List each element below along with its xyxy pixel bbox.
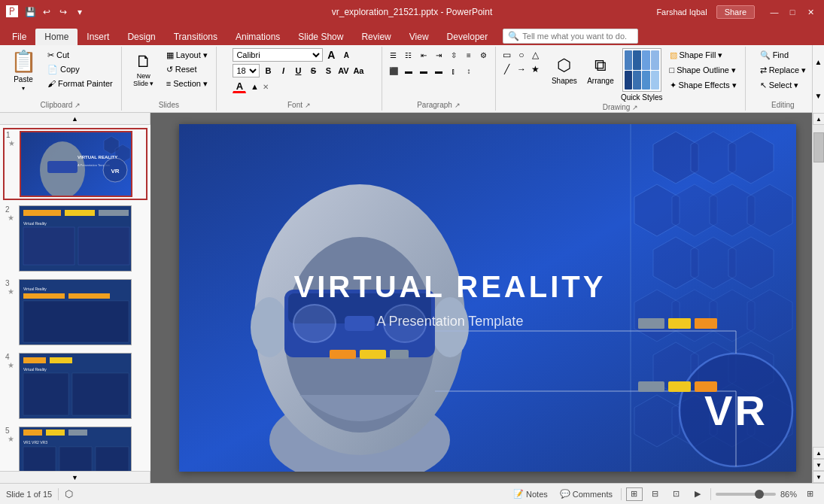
scroll-expand-down[interactable]: ▼ xyxy=(813,459,824,471)
tab-animations[interactable]: Animations xyxy=(227,29,289,45)
align-text-button[interactable]: ≡ xyxy=(462,48,476,62)
slide-4-thumb[interactable]: Virtual Reality xyxy=(19,353,132,419)
align-center-button[interactable]: ▬ xyxy=(402,64,415,77)
slide-item-5[interactable]: 5 ★ VR1 VR2 VR3 xyxy=(3,424,147,471)
shape-outline-button[interactable]: □ Shape Outline ▾ xyxy=(666,63,740,77)
shape-item-circle[interactable]: ○ xyxy=(515,48,528,62)
tab-slideshow[interactable]: Slide Show xyxy=(289,29,352,45)
reset-button[interactable]: ↺ Reset xyxy=(163,62,211,76)
text-direction-button[interactable]: ⇳ xyxy=(447,48,461,62)
bullets-button[interactable]: ☰ xyxy=(387,48,400,62)
columns-button[interactable]: ⫿ xyxy=(447,64,461,77)
tab-review[interactable]: Review xyxy=(352,29,400,45)
tab-developer[interactable]: Developer xyxy=(438,29,497,45)
scroll-up-button[interactable]: ▲ xyxy=(813,113,824,125)
slide-sorter-button[interactable]: ⊟ xyxy=(647,487,664,501)
tell-me-box[interactable]: 🔍 xyxy=(503,29,638,44)
underline-button[interactable]: U xyxy=(291,64,305,77)
scroll-thumb[interactable] xyxy=(813,132,824,162)
slide-item-2[interactable]: 2 ★ Virtual Reality xyxy=(3,203,147,274)
font-family-select[interactable]: Calibri xyxy=(233,48,323,62)
smart-art-button[interactable]: ⚙ xyxy=(477,48,491,62)
character-spacing-button[interactable]: AV xyxy=(336,64,350,77)
numbering-button[interactable]: ☷ xyxy=(402,48,415,62)
zoom-slider[interactable] xyxy=(716,493,776,496)
slide-1-thumb[interactable]: VIRTUAL REALITY A Presentation Template … xyxy=(20,131,132,197)
customize-button[interactable]: ▾ xyxy=(72,5,87,20)
slide-3-thumb[interactable]: Virtual Reality xyxy=(19,279,132,345)
quick-styles-gallery[interactable] xyxy=(622,48,661,92)
slides-scroll-up[interactable]: ▲ xyxy=(0,113,150,125)
decrease-font-button[interactable]: A xyxy=(324,48,338,62)
scroll-expand-up[interactable]: ▲ xyxy=(813,447,824,459)
section-button[interactable]: ≡ Section ▾ xyxy=(163,77,211,90)
quick-styles-label[interactable]: Quick Styles xyxy=(621,93,663,102)
clear-formatting-button[interactable]: ✕ xyxy=(263,83,269,91)
shape-item-star[interactable]: ★ xyxy=(529,62,543,76)
slide-canvas[interactable]: VR VIRTUAL REALITY A Presentation T xyxy=(179,124,796,472)
notes-button[interactable]: 📝 Notes xyxy=(509,487,552,501)
slide-5-thumb[interactable]: VR1 VR2 VR3 xyxy=(19,427,132,471)
tab-file[interactable]: File xyxy=(3,29,35,45)
line-spacing-button[interactable]: ↕ xyxy=(462,64,476,77)
font-expand[interactable]: ↗ xyxy=(305,102,311,109)
italic-button[interactable]: I xyxy=(276,64,290,77)
decrease-indent-button[interactable]: ⇤ xyxy=(417,48,430,62)
canvas-scrollbar[interactable]: ▲ ▲ ▼ ▼ xyxy=(812,113,824,483)
slide-2-thumb[interactable]: Virtual Reality xyxy=(19,205,132,272)
slide-item-3[interactable]: 3 ★ Virtual Reality xyxy=(3,277,147,348)
ribbon-scroll-up[interactable]: ▲ xyxy=(815,58,822,66)
find-button[interactable]: 🔍 Find xyxy=(756,48,792,62)
shape-item-arrow[interactable]: → xyxy=(515,62,528,76)
copy-button[interactable]: 📄 Copy xyxy=(44,62,117,76)
shape-item-triangle[interactable]: △ xyxy=(529,48,543,62)
font-size-select[interactable]: 18 xyxy=(233,64,260,77)
ribbon-scroll-down[interactable]: ▼ xyxy=(815,92,822,100)
shape-item-line[interactable]: ╱ xyxy=(500,62,514,76)
minimize-button[interactable]: — xyxy=(767,5,782,20)
maximize-button[interactable]: □ xyxy=(785,5,800,20)
layout-button[interactable]: ▦ Layout ▾ xyxy=(163,48,211,62)
slide-item-1[interactable]: 1 ★ VIRTUAL REALITY A Presentation Templ… xyxy=(3,128,147,200)
zoom-thumb[interactable] xyxy=(755,490,764,499)
tab-home[interactable]: Home xyxy=(35,29,78,45)
undo-button[interactable]: ↩ xyxy=(39,5,54,20)
align-right-button[interactable]: ▬ xyxy=(417,64,430,77)
justify-button[interactable]: ▬ xyxy=(432,64,445,77)
ribbon-scroll[interactable]: ▲ ▼ xyxy=(812,45,824,113)
new-slide-button[interactable]: 🗋 NewSlide ▾ xyxy=(126,48,161,92)
reading-view-button[interactable]: ⊡ xyxy=(668,487,685,501)
align-left-button[interactable]: ⬛ xyxy=(387,64,400,77)
format-painter-button[interactable]: 🖌 Format Painter xyxy=(44,77,117,90)
share-button[interactable]: Share xyxy=(716,5,755,19)
slides-scroll-down[interactable]: ▼ xyxy=(0,471,150,483)
fit-slide-button[interactable]: ⊞ xyxy=(801,487,818,501)
increase-indent-button[interactable]: ⇥ xyxy=(432,48,445,62)
tab-design[interactable]: Design xyxy=(118,29,164,45)
clipboard-expand[interactable]: ↗ xyxy=(74,102,81,109)
select-button[interactable]: ↖ Select ▾ xyxy=(756,78,803,92)
bold-button[interactable]: B xyxy=(261,64,275,77)
paragraph-expand[interactable]: ↗ xyxy=(455,102,461,109)
user-label[interactable]: Farshad Iqbal xyxy=(656,8,707,17)
shadow-button[interactable]: S xyxy=(321,64,335,77)
shapes-button[interactable]: ⬡ Shapes xyxy=(547,48,582,92)
font-color-button[interactable]: A xyxy=(233,80,246,93)
tell-me-input[interactable] xyxy=(522,32,628,41)
change-case-button[interactable]: Aa xyxy=(351,64,365,77)
shape-effects-button[interactable]: ✦ Shape Effects ▾ xyxy=(666,78,740,92)
shape-fill-button[interactable]: ▧ Shape Fill ▾ xyxy=(666,48,740,62)
drawing-expand[interactable]: ↗ xyxy=(632,104,638,111)
tab-transitions[interactable]: Transitions xyxy=(165,29,227,45)
normal-view-button[interactable]: ⊞ xyxy=(626,487,643,501)
replace-button[interactable]: ⇄ Replace ▾ xyxy=(756,63,810,77)
cut-button[interactable]: ✂ Cut xyxy=(44,48,117,62)
shape-item-rect[interactable]: ▭ xyxy=(500,48,514,62)
slideshow-button[interactable]: ▶ xyxy=(689,487,706,501)
scroll-down-button[interactable]: ▼ xyxy=(813,471,824,483)
arrange-button[interactable]: ⧉ Arrange xyxy=(583,48,618,92)
slide-item-4[interactable]: 4 ★ Virtual Reality xyxy=(3,351,147,421)
redo-button[interactable]: ↪ xyxy=(56,5,71,20)
strikethrough-button[interactable]: S xyxy=(306,64,320,77)
save-button[interactable]: 💾 xyxy=(23,5,38,20)
